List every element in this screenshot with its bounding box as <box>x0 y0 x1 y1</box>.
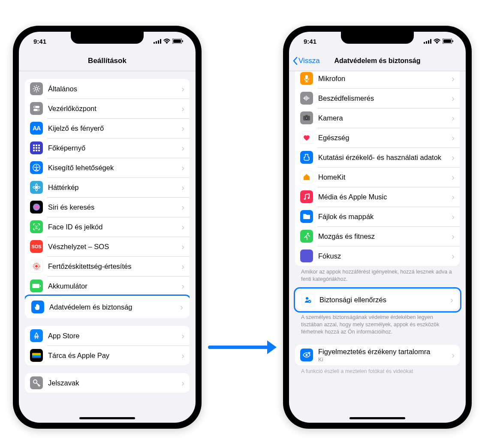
svg-rect-39 <box>305 75 308 79</box>
svg-rect-6 <box>182 40 183 42</box>
row-label: Beszédfelismerés <box>318 94 449 103</box>
eye-icon <box>300 349 313 361</box>
svg-rect-30 <box>32 356 41 358</box>
home-indicator[interactable] <box>79 417 135 419</box>
settings-row[interactable]: HomeKit› <box>295 167 460 187</box>
settings-row[interactable]: AAKijelző és fényerő› <box>25 118 190 138</box>
settings-row[interactable]: Vezérlőközpont› <box>25 99 190 118</box>
settings-row[interactable]: Adatvédelem és biztonság› <box>26 297 188 317</box>
home-indicator[interactable] <box>349 417 405 419</box>
chevron-right-icon: › <box>181 143 184 153</box>
privacy-group-2: Biztonsági ellenőrzés› <box>296 290 458 310</box>
chevron-right-icon: › <box>181 262 184 271</box>
back-button[interactable]: Vissza <box>292 57 320 65</box>
settings-row[interactable]: Háttérkép› <box>25 177 190 197</box>
row-label: Mikrofon <box>318 74 449 83</box>
scroll-area-left[interactable]: Általános›Vezérlőközpont›AAKijelző és fé… <box>19 71 196 423</box>
music-icon <box>300 190 313 203</box>
chevron-right-icon: › <box>181 183 184 192</box>
moon-icon <box>300 250 313 262</box>
row-label: Jelszavak <box>48 379 179 388</box>
settings-row[interactable]: Beszédfelismerés› <box>295 88 460 108</box>
settings-row[interactable]: Egészség› <box>295 128 460 147</box>
settings-row[interactable]: Mozgás és fitnesz› <box>295 226 460 246</box>
chevron-right-icon: › <box>181 84 184 94</box>
accessibility-icon <box>30 161 43 174</box>
key-icon <box>30 376 43 389</box>
chevron-right-icon: › <box>180 302 183 312</box>
chevron-right-icon: › <box>452 93 455 103</box>
chevron-right-icon: › <box>181 222 184 232</box>
settings-row[interactable]: Jelszavak› <box>25 373 190 393</box>
row-label: Általános <box>48 84 179 93</box>
settings-row[interactable]: Face ID és jelkód› <box>25 217 190 237</box>
row-label: Face ID és jelkód <box>48 222 179 232</box>
row-label: Háttérkép <box>48 183 179 192</box>
chevron-right-icon: › <box>452 192 455 202</box>
settings-row[interactable]: Kutatási érzékelő- és használati adatok› <box>295 147 460 167</box>
svg-point-18 <box>37 186 40 188</box>
svg-rect-34 <box>428 40 429 44</box>
settings-group-2: App Store›Tárca és Apple Pay› <box>25 326 190 365</box>
row-label: Vezérlőközpont <box>48 104 179 113</box>
settings-row[interactable]: Akkumulátor› <box>25 276 190 296</box>
camera-icon <box>300 111 313 124</box>
settings-row[interactable]: Főképernyő› <box>25 138 190 158</box>
highlighted-row: Adatvédelem és biztonság› <box>25 295 190 319</box>
svg-point-47 <box>308 197 310 199</box>
settings-row[interactable]: Figyelmeztetés érzékeny tartalomraKi› <box>295 345 460 365</box>
row-label: Vészhelyzet – SOS <box>48 242 179 251</box>
AA-icon: AA <box>30 122 43 135</box>
safetycheck-icon <box>301 294 314 307</box>
chevron-right-icon: › <box>450 295 453 305</box>
settings-row[interactable]: App Store› <box>25 326 190 346</box>
settings-row[interactable]: Kamera› <box>295 108 460 128</box>
settings-row[interactable]: Tárca és Apple Pay› <box>25 346 190 365</box>
wifi-icon <box>163 39 170 44</box>
faceid-icon <box>30 220 43 233</box>
footer-3: A funkció észleli a meztelen fotókat és … <box>295 365 460 377</box>
settings-row[interactable]: Fókusz› <box>295 246 460 266</box>
row-label: Adatvédelem és biztonság <box>49 303 178 312</box>
row-label: Főképernyő <box>48 144 179 153</box>
svg-point-51 <box>306 354 308 356</box>
row-label: Fájlok és mappák <box>318 212 449 221</box>
svg-rect-32 <box>424 42 425 44</box>
chevron-right-icon: › <box>452 172 455 182</box>
footer-1: Amikor az appok hozzáférést igényelnek, … <box>295 266 460 285</box>
chevron-right-icon: › <box>181 378 184 388</box>
status-icons <box>154 39 184 44</box>
siri-icon <box>30 201 43 213</box>
row-label: HomeKit <box>318 173 449 182</box>
row-label: Biztonsági ellenőrzés <box>319 295 448 304</box>
nav-bar-right: Vissza Adatvédelem és biztonság <box>289 51 466 71</box>
research-icon <box>300 151 313 164</box>
svg-point-9 <box>34 106 36 108</box>
chevron-right-icon: › <box>452 212 455 222</box>
row-label: Figyelmeztetés érzékeny tartalomra <box>318 347 449 356</box>
row-label: Fertőzéskitettség-értesítés <box>48 262 179 271</box>
svg-point-42 <box>306 117 307 119</box>
settings-row[interactable]: Fertőzéskitettség-értesítés› <box>25 256 190 276</box>
chevron-right-icon: › <box>452 251 455 261</box>
row-label: Kutatási érzékelő- és használati adatok <box>318 153 449 162</box>
settings-row[interactable]: Biztonsági ellenőrzés› <box>296 290 458 310</box>
settings-row[interactable]: Fájlok és mappák› <box>295 207 460 226</box>
settings-row[interactable]: Média és Apple Music› <box>295 187 460 207</box>
switches-icon <box>30 102 43 115</box>
nav-bar-left: Beállítások <box>19 51 196 71</box>
wifi-icon <box>434 39 440 44</box>
settings-row[interactable]: Mikrofon› <box>295 71 460 88</box>
svg-point-7 <box>35 87 38 90</box>
svg-point-15 <box>36 184 37 186</box>
svg-point-11 <box>37 109 39 111</box>
settings-row[interactable]: SOSVészhelyzet – SOS› <box>25 237 190 256</box>
scroll-area-right[interactable]: Mikrofon›Beszédfelismerés›Kamera›Egészsé… <box>289 71 466 423</box>
svg-rect-3 <box>160 39 161 44</box>
settings-row[interactable]: Kisegítő lehetőségek› <box>25 158 190 177</box>
highlighted-group: Biztonsági ellenőrzés› <box>294 287 461 313</box>
settings-row[interactable]: Általános› <box>25 79 190 99</box>
settings-row[interactable]: Siri és keresés› <box>25 197 190 217</box>
row-label: Akkumulátor <box>48 282 179 291</box>
svg-rect-38 <box>452 40 453 42</box>
